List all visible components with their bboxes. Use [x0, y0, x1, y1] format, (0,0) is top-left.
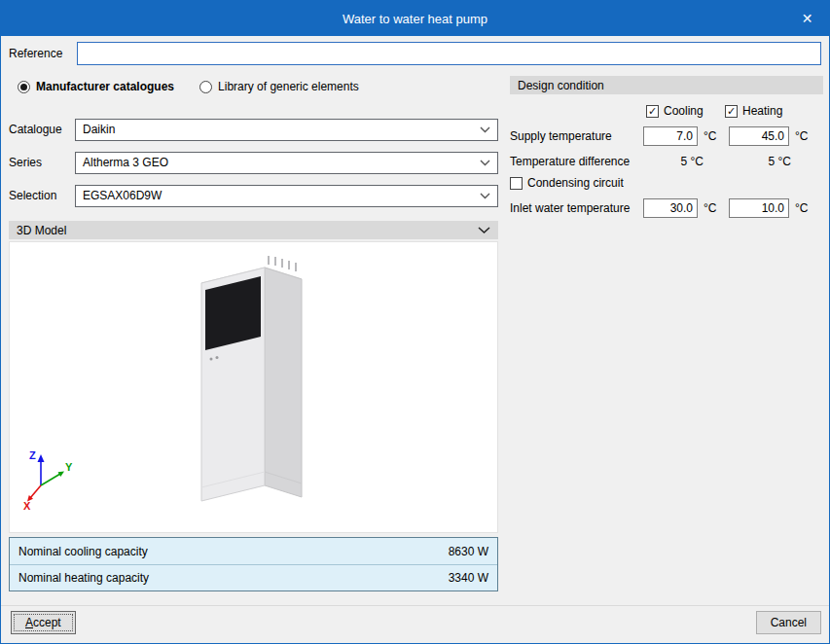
catalogue-label: Catalogue [9, 123, 75, 136]
supply-heating-input[interactable] [729, 126, 789, 146]
chevron-down-icon [480, 193, 490, 199]
heating-checkbox[interactable]: ✓ Heating [725, 104, 782, 118]
inlet-cooling-input[interactable] [643, 198, 698, 218]
model-section-title: 3D Model [17, 224, 66, 237]
radio-selected-icon [18, 81, 30, 93]
heat-pump-3d-model [10, 242, 499, 533]
chevron-down-icon [480, 126, 490, 133]
supply-cooling-unit: °C [704, 129, 716, 143]
table-row: Nominal heating capacity 3340 W [10, 564, 497, 590]
condensing-circuit-label: Condensing circuit [527, 176, 624, 190]
heating-label: Heating [742, 104, 782, 118]
inlet-water-temperature-label: Inlet water temperature [510, 201, 630, 215]
capacity-table: Nominal cooling capacity 8630 W Nominal … [9, 537, 498, 591]
axis-triad-icon: Z Y X [21, 447, 76, 511]
catalog-source-options: Manufacturer catalogues Library of gener… [18, 79, 359, 94]
supply-cooling-input[interactable] [643, 126, 698, 146]
selection-row: Selection EGSAX06D9W [9, 184, 498, 207]
radio-unselected-icon [199, 81, 212, 93]
library-generic-label: Library of generic elements [218, 80, 359, 93]
condensing-circuit-checkbox[interactable]: Condensing circuit [510, 176, 624, 190]
radio-library-generic[interactable]: Library of generic elements [199, 80, 359, 93]
selection-value: EGSAX06D9W [83, 189, 162, 202]
radio-manufacturer-catalogues[interactable]: Manufacturer catalogues [18, 80, 174, 93]
cooling-capacity-label: Nominal cooling capacity [18, 545, 148, 558]
model-3d-viewport[interactable]: Z Y X [9, 241, 498, 533]
tempdiff-heating-value: 5 °C [729, 155, 791, 168]
supply-heating-unit: °C [795, 129, 808, 143]
catalogue-value: Daikin [83, 123, 115, 136]
series-select[interactable]: Altherma 3 GEO [75, 152, 498, 174]
model-section-header[interactable]: 3D Model [9, 221, 498, 239]
inlet-cooling-unit: °C [704, 201, 716, 215]
heating-capacity-value: 3340 W [449, 571, 488, 585]
selection-select[interactable]: EGSAX06D9W [75, 185, 498, 207]
window-title: Water to water heat pump [343, 12, 487, 26]
tempdiff-cooling-value: 5 °C [643, 155, 704, 168]
catalogue-row: Catalogue Daikin [9, 118, 498, 141]
design-condition-panel: Design condition ✓ Cooling ✓ Heating Sup… [510, 76, 823, 309]
footer-divider [1, 605, 829, 606]
cooling-checkbox[interactable]: ✓ Cooling [646, 104, 704, 118]
axis-z-label: Z [29, 449, 36, 461]
catalogue-select[interactable]: Daikin [75, 119, 498, 141]
manufacturer-catalogues-label: Manufacturer catalogues [36, 80, 174, 93]
table-row: Nominal cooling capacity 8630 W [10, 538, 497, 564]
cooling-capacity-value: 8630 W [449, 545, 488, 558]
checkbox-checked-icon: ✓ [725, 105, 738, 118]
design-condition-title: Design condition [518, 79, 604, 92]
cooling-label: Cooling [664, 104, 704, 118]
series-value: Altherma 3 GEO [83, 156, 168, 169]
checkbox-checked-icon: ✓ [646, 105, 659, 118]
cancel-button[interactable]: Cancel [756, 611, 821, 634]
accept-button[interactable]: Accept [11, 611, 76, 634]
series-row: Series Altherma 3 GEO [9, 151, 498, 174]
series-label: Series [9, 156, 75, 169]
checkbox-unchecked-icon [510, 177, 523, 190]
inlet-heating-unit: °C [795, 201, 808, 215]
reference-row: Reference [9, 42, 821, 65]
chevron-down-icon [480, 160, 490, 166]
design-condition-header: Design condition [510, 76, 823, 94]
accept-accelerator: A [25, 616, 33, 629]
axis-x-label: X [23, 500, 31, 511]
title-bar: Water to water heat pump ✕ [1, 1, 829, 36]
selection-label: Selection [9, 189, 75, 202]
supply-temperature-label: Supply temperature [510, 129, 612, 143]
chevron-down-icon[interactable] [478, 227, 490, 234]
reference-input[interactable] [77, 42, 821, 65]
inlet-heating-input[interactable] [729, 198, 789, 218]
temperature-difference-label: Temperature difference [510, 155, 630, 168]
accept-label-rest: ccept [33, 616, 61, 629]
heating-capacity-label: Nominal heating capacity [18, 571, 149, 585]
close-icon[interactable]: ✕ [785, 1, 829, 36]
axis-y-label: Y [65, 461, 73, 473]
heat-pump-dialog: Water to water heat pump ✕ Reference Man… [0, 0, 830, 644]
reference-label: Reference [9, 47, 77, 60]
